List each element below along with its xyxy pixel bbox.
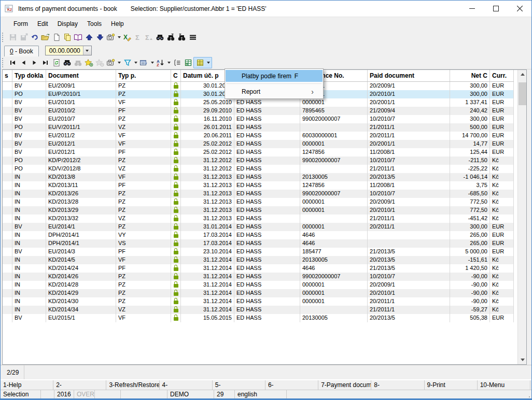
column-header-locked[interactable]: C bbox=[171, 70, 181, 81]
form-settings-icon[interactable] bbox=[138, 58, 149, 68]
vertical-scrollbar[interactable] bbox=[517, 70, 526, 364]
resize-grip[interactable] bbox=[529, 396, 530, 397]
find-next-record-icon[interactable] bbox=[73, 58, 83, 68]
menu-edit[interactable]: Edit bbox=[33, 18, 53, 30]
function-key-4[interactable]: 4- bbox=[160, 380, 213, 390]
find-previous-icon[interactable] bbox=[176, 32, 187, 42]
table-row[interactable]: INKD/2013/32VZ31.12.2013ED HASS21/2011/1… bbox=[3, 215, 514, 223]
add-record-icon[interactable] bbox=[83, 58, 94, 68]
save-icon[interactable] bbox=[7, 32, 18, 42]
save-as-icon[interactable] bbox=[18, 32, 29, 42]
table-row[interactable]: BVEU/2014/3PF23.10.2014ED HASS18547721/2… bbox=[3, 248, 514, 256]
tab-book[interactable]: 0 - Book bbox=[4, 46, 39, 56]
table-row[interactable]: BVEU/2010/2PF29.09.2010ED HASS789546521/… bbox=[3, 107, 514, 115]
list-settings-icon[interactable] bbox=[172, 58, 183, 68]
scroll-up-arrow[interactable] bbox=[518, 70, 527, 79]
menu-form[interactable]: Form bbox=[9, 18, 33, 30]
function-key-8[interactable]: 8- bbox=[371, 380, 424, 390]
table-row[interactable]: BVEU/2014/1PZ31.01.2014ED HASS000000120/… bbox=[3, 223, 514, 231]
maximize-button[interactable] bbox=[484, 1, 508, 17]
table-columns-button[interactable] bbox=[193, 57, 212, 68]
last-record-icon[interactable] bbox=[40, 58, 51, 68]
menu-help[interactable]: Help bbox=[106, 18, 129, 30]
copy-icon[interactable] bbox=[62, 32, 73, 42]
table-row[interactable]: INKD/2014/26PZ31.12.2014ED HASS990020000… bbox=[3, 273, 514, 281]
table-row[interactable]: INKD/2013/29PZ31.12.2013ED HASS000000120… bbox=[3, 206, 514, 215]
find-next-icon[interactable] bbox=[165, 32, 176, 42]
remove-record-icon[interactable] bbox=[94, 58, 105, 68]
undo-icon[interactable] bbox=[29, 32, 40, 42]
menu-display[interactable]: Display bbox=[53, 18, 82, 30]
table-row[interactable]: INKD/2014/28PZ31.12.2014ED HASS000000120… bbox=[3, 281, 514, 289]
excel-export-icon[interactable]: X bbox=[183, 58, 193, 68]
table-row[interactable]: INKD/2014/29PZ31.12.2014ED HASS000000120… bbox=[3, 289, 514, 297]
function-key-2[interactable]: 2- bbox=[53, 380, 106, 390]
column-header-status[interactable]: s bbox=[3, 70, 12, 81]
sort-icon[interactable]: AZ bbox=[155, 58, 166, 68]
close-button[interactable] bbox=[508, 1, 531, 17]
new-document-icon[interactable] bbox=[51, 32, 62, 42]
function-key-1[interactable]: 1-Help bbox=[1, 380, 53, 390]
refresh-record-icon[interactable] bbox=[51, 58, 62, 68]
context-menu-item-report[interactable]: Report› bbox=[226, 85, 323, 97]
table-row[interactable]: INKD/2014/24PF31.12.2014ED HASS464621/20… bbox=[3, 264, 514, 273]
column-header-document[interactable]: Document bbox=[46, 70, 116, 81]
table-row[interactable]: BVEU/2012/1PF25.02.2012ED HASS124785611/… bbox=[3, 148, 514, 156]
table-row[interactable]: BVEU/2010/1VF25.05.2010ED HASS000000120/… bbox=[3, 98, 514, 107]
table-row[interactable]: INKD/2013/11PF31.12.2013ED HASS124785611… bbox=[3, 181, 514, 190]
function-key-5[interactable]: 5- bbox=[213, 380, 265, 390]
toolbar-grip-2[interactable] bbox=[2, 58, 5, 67]
previous-record-icon[interactable] bbox=[18, 58, 29, 68]
toolbar-grip[interactable] bbox=[2, 33, 5, 42]
excel-edit-icon[interactable]: X bbox=[122, 32, 133, 42]
column-header-paid_document[interactable]: Paid document bbox=[368, 70, 450, 81]
table-row[interactable]: POEU/V/2011/1VZ26.01.2011ED HASS21/2011/… bbox=[3, 123, 514, 132]
menu-tools[interactable]: Tools bbox=[82, 18, 106, 30]
form-settings-dropdown[interactable] bbox=[149, 58, 155, 68]
date-combo-dropdown[interactable] bbox=[83, 46, 91, 55]
next-record-icon[interactable] bbox=[29, 58, 40, 68]
minimize-button[interactable] bbox=[460, 1, 484, 17]
function-key-7[interactable]: 7-Payment documents bbox=[318, 380, 371, 390]
move-up-icon[interactable] bbox=[83, 32, 94, 42]
scroll-down-arrow[interactable] bbox=[518, 355, 527, 364]
table-row[interactable]: INDPH/2014/1VS17.03.2014ED HASS4646265,0… bbox=[3, 239, 514, 248]
camera-dropdown[interactable] bbox=[116, 32, 122, 42]
hamburger-menu-icon[interactable] bbox=[187, 32, 198, 42]
camera-record-dropdown[interactable] bbox=[116, 58, 122, 68]
first-record-icon[interactable] bbox=[7, 58, 18, 68]
table-row[interactable]: INKD/2014/30PZ31.12.2014ED HASS000000120… bbox=[3, 297, 514, 306]
table-columns-dropdown[interactable] bbox=[205, 58, 211, 68]
table-row[interactable]: INKD/2013/8VF31.12.2013ED HASS2013000520… bbox=[3, 173, 514, 181]
column-header-doc_type[interactable]: Typ dokla bbox=[12, 70, 46, 81]
camera-record-icon[interactable] bbox=[105, 58, 116, 68]
open-icon[interactable] bbox=[40, 32, 51, 42]
column-header-net[interactable]: Net C bbox=[450, 70, 490, 81]
table-row[interactable]: BVEU/2012/1VF25.02.2012ED HASS000000120/… bbox=[3, 140, 514, 148]
table-row[interactable]: INKD/2013/28PZ31.12.2013ED HASS000000120… bbox=[3, 198, 514, 206]
table-row[interactable]: BVEU/2010/7PZ16.11.2010ED HASS9900200000… bbox=[3, 115, 514, 123]
sum-icon[interactable]: Σ bbox=[133, 32, 144, 42]
sort-dropdown[interactable] bbox=[166, 58, 172, 68]
function-key-10[interactable]: 10-Menu bbox=[478, 380, 530, 390]
sum-selected-icon[interactable]: Σ bbox=[144, 32, 155, 42]
find-record-icon[interactable] bbox=[62, 58, 73, 68]
column-header-currency[interactable]: Curr. bbox=[490, 70, 514, 81]
function-key-9[interactable]: 9-Print bbox=[425, 380, 478, 390]
table-row[interactable]: POKD/P/2012/2PZ31.12.2012ED HASS99002000… bbox=[3, 156, 514, 165]
filter-icon[interactable] bbox=[122, 58, 133, 68]
book-icon[interactable] bbox=[73, 32, 83, 42]
function-key-3[interactable]: 3-Refresh/Restore bbox=[106, 380, 159, 390]
filter-dropdown[interactable] bbox=[133, 58, 138, 68]
table-row[interactable]: BVEU/2011/2VF20.06.2011ED HASS6003000000… bbox=[3, 132, 514, 140]
move-down-icon[interactable] bbox=[94, 32, 105, 42]
find-icon[interactable] bbox=[155, 32, 165, 42]
function-key-6[interactable]: 6- bbox=[265, 380, 318, 390]
table-row[interactable]: INKD/2014/5VF31.12.2014ED HASS2013000520… bbox=[3, 256, 514, 264]
column-header-pay_type[interactable]: Typ p. bbox=[116, 70, 171, 81]
table-row[interactable]: INDPH/2014/1VY17.03.2014ED HASS4646265,0… bbox=[3, 231, 514, 239]
camera-icon[interactable] bbox=[105, 32, 116, 42]
scrollbar-thumb[interactable] bbox=[519, 82, 526, 105]
date-combo[interactable]: 00.00.0000 bbox=[45, 46, 92, 55]
context-menu-item-platby-podle-firem[interactable]: Platby podle firemF bbox=[226, 70, 323, 82]
